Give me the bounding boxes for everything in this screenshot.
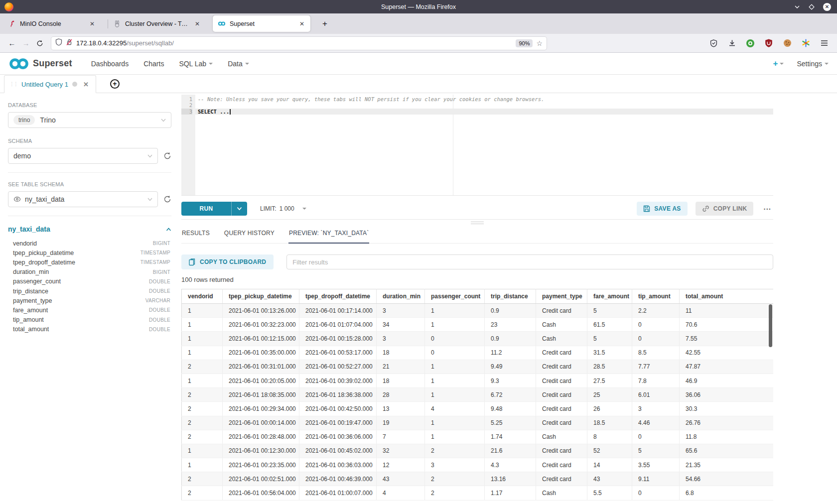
table-cell: 1 <box>425 388 485 402</box>
chevron-up-icon[interactable] <box>166 225 171 234</box>
table-cell: 2 <box>182 402 223 416</box>
column-header-payment_type[interactable]: payment_type <box>536 289 587 304</box>
column-header-trip_distance[interactable]: trip_distance <box>485 289 536 304</box>
filter-results-input[interactable] <box>286 254 773 269</box>
extension-asterisk-icon[interactable] <box>801 38 811 48</box>
reload-icon[interactable] <box>33 37 47 50</box>
column-header-fare_amount[interactable]: fare_amount <box>587 289 632 304</box>
tracking-shield-icon[interactable] <box>55 38 62 48</box>
refresh-schema-icon[interactable] <box>163 152 171 160</box>
table-scrollbar[interactable] <box>769 304 772 347</box>
table-row[interactable]: 22021-06-01 00:56:04.0002021-06-01 01:00… <box>182 486 774 500</box>
table-cell: 27.5 <box>587 374 632 387</box>
tab-close-icon[interactable]: ✕ <box>88 19 97 28</box>
table-row[interactable]: 12021-06-01 00:13:26.0002021-06-01 00:17… <box>182 304 774 318</box>
back-icon[interactable]: ← <box>5 37 19 50</box>
column-header-tpep_dropoff_datetime[interactable]: tpep_dropoff_datetime <box>299 289 377 304</box>
column-header-passenger_count[interactable]: passenger_count <box>425 289 485 304</box>
copy-link-button[interactable]: COPY LINK <box>696 202 754 216</box>
sql-editor[interactable]: 123 -- Note: Unless you save your query,… <box>181 95 773 196</box>
table-cell: 18 <box>377 374 425 387</box>
tab-close-icon[interactable]: ✕ <box>297 19 306 28</box>
pocket-shield-icon[interactable] <box>708 38 718 48</box>
table-row[interactable]: 12021-06-01 00:32:23.0002021-06-01 01:07… <box>182 318 774 332</box>
table-cell: 0 <box>632 430 680 444</box>
column-header-duration_min[interactable]: duration_min <box>377 289 425 304</box>
ublock-shield-icon[interactable] <box>764 38 774 48</box>
forward-icon[interactable]: → <box>19 37 33 50</box>
tab-close-icon[interactable]: ✕ <box>193 19 202 28</box>
column-header-tpep_pickup_datetime[interactable]: tpep_pickup_datetime <box>223 289 299 304</box>
table-row[interactable]: 12021-06-01 00:12:15.0002021-06-01 00:15… <box>182 332 774 346</box>
window-close-icon[interactable]: ✕ <box>823 3 831 11</box>
browser-tab-minio[interactable]: MinIO Console✕ <box>3 15 101 32</box>
schema-select[interactable]: demo <box>8 148 158 164</box>
table-row[interactable]: 12021-06-01 00:35:00.0002021-06-01 00:53… <box>182 346 774 360</box>
window-maximize-icon[interactable] <box>809 4 815 10</box>
table-row[interactable]: 22021-06-01 00:00:14.0002021-06-01 00:19… <box>182 416 774 430</box>
browser-tab-superset[interactable]: Superset✕ <box>213 15 310 32</box>
drag-grip-icon[interactable]: ⋮⋮ <box>9 82 17 87</box>
database-select[interactable]: trino Trino <box>8 112 171 128</box>
zoom-level-badge[interactable]: 90% <box>516 39 533 47</box>
window-minimize-icon[interactable] <box>794 4 800 10</box>
table-cell: 2021-06-01 00:12:30.000 <box>223 444 299 458</box>
bookmark-star-icon[interactable]: ☆ <box>536 39 543 47</box>
nav-item-charts[interactable]: Charts <box>143 60 164 68</box>
column-header-tip_amount[interactable]: tip_amount <box>632 289 680 304</box>
table-cell: 2021-06-01 18:36:38.000 <box>299 388 377 402</box>
url-bar[interactable]: 172.18.0.4:32295/superset/sqllab/ 90% ☆ <box>51 36 547 50</box>
cookie-icon[interactable] <box>782 38 792 48</box>
copy-to-clipboard-button[interactable]: COPY TO CLIPBOARD <box>181 254 274 269</box>
save-as-button[interactable]: SAVE AS <box>637 202 687 216</box>
nav-item-sql-lab[interactable]: SQL Lab <box>179 60 213 68</box>
table-row[interactable]: 22021-06-01 00:31:01.0002021-06-01 00:52… <box>182 360 774 374</box>
table-row[interactable]: 22021-06-01 00:28:48.0002021-06-01 00:36… <box>182 430 774 444</box>
table-row[interactable]: 12021-06-01 00:20:05.0002021-06-01 00:39… <box>182 374 774 387</box>
add-query-tab-button[interactable]: + <box>110 79 120 89</box>
limit-label: LIMIT: <box>260 205 277 212</box>
nav-item-dashboards[interactable]: Dashboards <box>91 60 129 68</box>
refresh-table-icon[interactable] <box>163 195 171 203</box>
query-tab-close-icon[interactable]: ✕ <box>83 81 89 88</box>
pane-drag-handle-icon[interactable] <box>471 222 484 226</box>
superset-logo[interactable]: Superset <box>8 57 72 70</box>
browser-tab-title: MinIO Console <box>20 20 84 27</box>
table-cell: 54.66 <box>680 472 774 486</box>
more-options-button[interactable]: ... <box>761 203 773 215</box>
result-tab-results[interactable]: RESULTS <box>181 227 210 244</box>
result-tab-query-history[interactable]: QUERY HISTORY <box>224 227 275 244</box>
column-name: fare_amount <box>13 307 48 314</box>
result-tab-preview-ny-taxi-data[interactable]: PREVIEW: `NY_TAXI_DATA` <box>288 227 369 244</box>
sqllab-workspace: 123 -- Note: Unless you save your query,… <box>179 93 837 504</box>
table-row[interactable]: 12021-06-01 00:12:30.0002021-06-01 00:45… <box>182 444 774 458</box>
run-options-caret[interactable] <box>231 202 247 216</box>
new-tab-button[interactable]: + <box>318 19 331 29</box>
table-select[interactable]: ny_taxi_data <box>8 191 158 207</box>
table-cell: 1 <box>425 318 485 332</box>
column-header-total_amount[interactable]: total_amount <box>680 289 774 304</box>
table-row[interactable]: 12021-06-01 00:23:35.0002021-06-01 00:36… <box>182 458 774 472</box>
extension-green-icon[interactable] <box>745 38 755 48</box>
table-row[interactable]: 22021-06-01 18:08:35.0002021-06-01 18:36… <box>182 388 774 402</box>
run-button[interactable]: RUN <box>181 202 247 216</box>
table-row[interactable]: 22021-06-01 00:02:51.0002021-06-01 00:46… <box>182 472 774 486</box>
hamburger-menu-icon[interactable] <box>819 38 829 48</box>
download-icon[interactable] <box>727 38 737 48</box>
table-cell: 0 <box>632 318 680 332</box>
add-new-button[interactable]: + <box>773 59 784 69</box>
limit-control[interactable]: LIMIT: 1 000 <box>260 205 306 212</box>
table-cell: 6.72 <box>485 388 536 402</box>
table-cell: 21.35 <box>680 458 774 472</box>
query-tab-active[interactable]: ⋮⋮ Untitled Query 1 ✕ <box>4 75 96 93</box>
table-schema-title[interactable]: ny_taxi_data <box>8 225 166 233</box>
editor-code-area[interactable]: -- Note: Unless you save your query, the… <box>195 95 773 195</box>
column-header-vendorid[interactable]: vendorid <box>182 289 223 304</box>
insecure-lock-icon[interactable] <box>66 38 73 48</box>
table-row[interactable]: 22021-06-01 00:29:34.0002021-06-01 00:42… <box>182 402 774 416</box>
browser-tab-trino[interactable]: Cluster Overview - Trino✕ <box>108 15 206 32</box>
nav-item-data[interactable]: Data <box>228 60 249 68</box>
settings-menu[interactable]: Settings <box>797 60 829 68</box>
superset-infinity-icon <box>8 57 29 70</box>
table-cell: 2021-06-01 00:39:02.000 <box>299 374 377 387</box>
